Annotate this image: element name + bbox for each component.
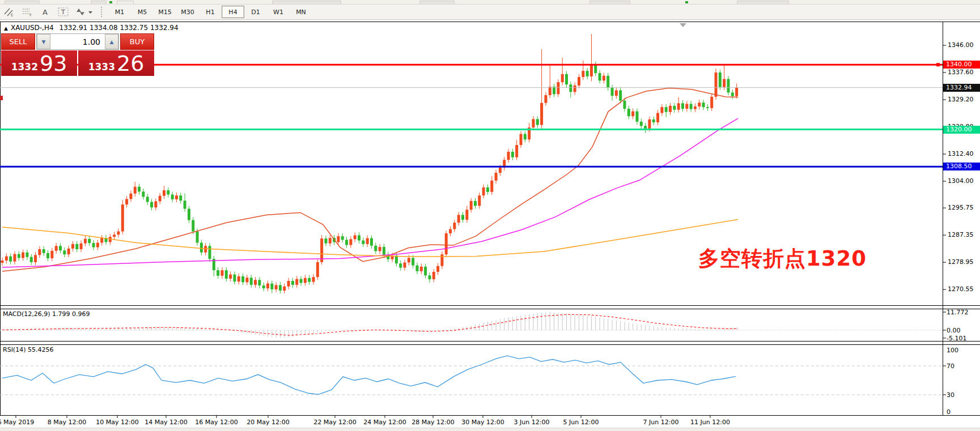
ask-price-big: 26 — [117, 53, 144, 74]
timeframe-bar: M1M5M15M30H1H4D1W1MN — [108, 6, 312, 18]
text-button[interactable]: A — [37, 6, 54, 18]
date-label: 11 Jun 12:00 — [685, 419, 736, 426]
date-label: 30 May 12:00 — [457, 419, 508, 426]
date-label: 5 Jun 12:00 — [555, 419, 606, 426]
text-icon: A — [40, 7, 51, 17]
clipped-field — [737, 1, 789, 4]
timeframe-button-h1[interactable]: H1 — [199, 6, 222, 18]
svg-text:F: F — [29, 13, 32, 17]
one-click-trading-panel: SELL ▼ 1.00 ▲ BUY 1332 93 1333 26 — [1, 33, 154, 76]
timeframe-button-d1[interactable]: D1 — [244, 6, 267, 18]
timeframe-button-m15[interactable]: M15 — [154, 6, 176, 18]
volume-field[interactable]: 1.00 — [50, 34, 105, 49]
rsi-axis-label: 30 — [947, 391, 954, 399]
equidistant-channel-icon: E — [3, 7, 15, 17]
bid-price-big: 93 — [40, 53, 67, 74]
timeframe-button-m5[interactable]: M5 — [131, 6, 154, 18]
price-tick-label: 1346.00 — [948, 41, 974, 49]
timeframe-button-m1[interactable]: M1 — [108, 6, 131, 18]
price-tick-label: 1312.40 — [948, 150, 974, 157]
volume-decrease-button[interactable]: ▼ — [37, 34, 50, 49]
clipped-button — [91, 1, 107, 4]
buy-button[interactable]: BUY — [120, 33, 154, 50]
sell-button[interactable]: SELL — [1, 33, 35, 50]
chart-canvas[interactable] — [0, 22, 980, 431]
price-line-label: 1332.94 — [943, 84, 980, 92]
price-tick-label: 1329.20 — [948, 96, 974, 103]
toolbar-grip[interactable] — [101, 7, 106, 17]
price-tick-label: 1287.35 — [948, 231, 974, 238]
collapse-icon[interactable]: ▲ — [4, 25, 8, 31]
date-label: 8 May 12:00 — [41, 419, 92, 426]
clipped-button — [419, 1, 455, 4]
clipped-button — [5, 1, 40, 4]
ask-price-small: 1333 — [88, 62, 115, 74]
timeframe-button-h4[interactable]: H4 — [222, 6, 244, 18]
price-tick-label: 1295.75 — [948, 204, 974, 211]
price-tick-label: 1278.95 — [948, 258, 974, 266]
rsi-axis-label: 0 — [947, 408, 951, 416]
rsi-axis-label: 100 — [947, 347, 958, 354]
date-label: 7 Jun 12:00 — [635, 419, 686, 426]
svg-text:E: E — [11, 13, 13, 17]
drawing-toolbar: E F A T — [0, 5, 980, 20]
ohlc-values: 1332.91 1334.08 1332.75 1332.94 — [60, 24, 179, 32]
bid-quote[interactable]: 1332 93 — [1, 50, 77, 76]
clipped-indicator-green — [685, 1, 688, 3]
price-tick-label: 1304.00 — [948, 177, 974, 185]
equidistant-channel-button[interactable]: E — [1, 6, 18, 18]
svg-text:A: A — [43, 8, 48, 16]
bid-price-small: 1332 — [11, 62, 38, 74]
svg-text:T: T — [61, 8, 65, 16]
symbol-period-label: XAUUSD-,H4 — [11, 24, 54, 32]
volume-increase-button[interactable]: ▲ — [105, 34, 118, 49]
chart-graphics — [0, 22, 980, 431]
timeframe-button-m30[interactable]: M30 — [176, 6, 199, 18]
clipped-toolbar-strip — [0, 0, 980, 5]
date-label: 24 May 12:00 — [359, 419, 410, 426]
price-line-label: 1320.00 — [943, 126, 980, 134]
timeframe-button-w1[interactable]: W1 — [267, 6, 290, 18]
date-label: 6 May 2019 — [0, 419, 41, 426]
chart-title: ▲XAUUSD-,H41332.91 1334.08 1332.75 1332.… — [4, 24, 179, 32]
price-line-label: 1340.00 — [943, 61, 980, 69]
arrow-tools-button[interactable] — [73, 6, 96, 18]
clipped-field — [272, 1, 341, 4]
macd-axis-label: 0.00 — [947, 327, 961, 334]
mt4-window: E F A T — [0, 0, 980, 431]
rsi-axis-label: 70 — [947, 362, 954, 370]
date-label: 16 May 12:00 — [191, 419, 242, 426]
text-label-icon: T — [57, 7, 70, 17]
price-tick-label: 1270.55 — [948, 285, 974, 293]
price-tick-label: 1337.60 — [948, 69, 974, 76]
fibonacci-button[interactable]: F — [19, 6, 36, 18]
macd-axis-label: -5.101 — [947, 335, 966, 342]
text-label-button[interactable]: T — [55, 6, 72, 18]
price-line-label: 1308.50 — [943, 163, 980, 170]
date-label: 3 Jun 12:00 — [506, 419, 557, 426]
macd-axis-label: 11.772 — [947, 309, 969, 316]
arrow-tools-icon — [75, 7, 94, 17]
date-label: 28 May 12:00 — [408, 419, 459, 426]
volume-stepper: ▼ 1.00 ▲ — [36, 33, 119, 50]
macd-label: MACD(12,26,9) 1.799 0.969 — [3, 310, 90, 318]
date-label: 20 May 12:00 — [243, 419, 294, 426]
date-label: 22 May 12:00 — [309, 419, 360, 426]
clipped-indicator-green — [109, 1, 112, 3]
timeframe-button-mn[interactable]: MN — [290, 6, 312, 18]
fibonacci-icon: F — [22, 7, 33, 17]
date-label: 10 May 12:00 — [92, 419, 143, 426]
chart-annotation-text: 多空转折点1320 — [698, 245, 867, 273]
clipped-button — [117, 1, 134, 4]
window-bottom-edge — [0, 428, 980, 431]
date-label: 14 May 12:00 — [141, 419, 192, 426]
clipped-button — [589, 1, 630, 4]
rsi-label: RSI(14) 55.4256 — [3, 346, 53, 353]
ask-quote[interactable]: 1333 26 — [78, 50, 154, 76]
